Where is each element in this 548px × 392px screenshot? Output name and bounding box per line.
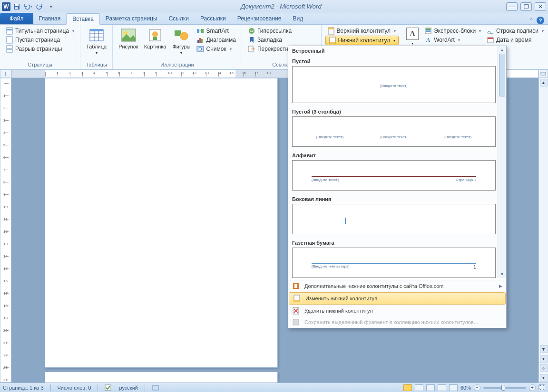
gallery-item-news[interactable]: [Введите имя автора] 1	[292, 248, 496, 278]
table-button[interactable]: Таблица▾	[84, 27, 108, 57]
shapes-button[interactable]: Фигуры▾	[170, 27, 193, 57]
status-macro[interactable]	[152, 384, 159, 391]
view-outline[interactable]	[438, 384, 446, 391]
undo-icon	[24, 3, 30, 10]
blank-page-icon	[6, 36, 13, 44]
clipart-icon	[147, 28, 163, 43]
smartart-button[interactable]: SmartArt	[195, 27, 237, 35]
header-button[interactable]: Верхний колонтитул	[325, 27, 399, 35]
textbox-icon: A	[406, 28, 419, 40]
hyperlink-button[interactable]: Гиперссылка	[246, 27, 317, 35]
footer-hint-text: [Введите текст]	[316, 135, 343, 139]
tab-insert[interactable]: Вставка	[66, 13, 100, 25]
tab-mailings[interactable]: Рассылки	[195, 13, 232, 24]
sigline-icon	[487, 27, 494, 35]
bookmark-icon	[248, 36, 255, 44]
view-full-screen[interactable]	[415, 384, 423, 391]
quickparts-button[interactable]: Экспресс-блоки	[422, 27, 483, 35]
gallery-scroll-thumb[interactable]	[499, 54, 505, 96]
redo-button[interactable]	[34, 1, 45, 12]
cmd-edit-footer[interactable]: Изменить нижний колонтитул	[289, 292, 506, 305]
side-line	[345, 218, 346, 224]
svg-rect-46	[105, 385, 111, 391]
wordart-icon: A	[424, 36, 432, 44]
tab-layout[interactable]: Разметка страницы	[100, 13, 163, 24]
zoom-fit[interactable]: ⛶	[538, 384, 545, 391]
view-print-layout[interactable]	[403, 384, 412, 391]
tab-view[interactable]: Вид	[287, 13, 309, 24]
tab-home[interactable]: Главная	[33, 13, 67, 24]
chart-button[interactable]: Диаграмма	[195, 36, 237, 44]
restore-button[interactable]: ❐	[520, 2, 532, 11]
status-language[interactable]: русский	[119, 385, 137, 391]
view-draft[interactable]	[449, 384, 458, 391]
crossref-icon	[248, 45, 255, 53]
gallery-item-blank[interactable]: [Введите текст]	[292, 66, 496, 103]
tab-references[interactable]: Ссылки	[163, 13, 195, 24]
datetime-icon	[487, 36, 494, 44]
page-break-icon	[6, 45, 13, 53]
vertical-ruler[interactable]: 1234567891011121314151617181920212223242…	[0, 78, 11, 382]
status-words[interactable]: Число слов: 0	[58, 385, 91, 391]
undo-button[interactable]: ▾	[23, 1, 33, 12]
next-page[interactable]: ●	[540, 374, 548, 382]
zoom-thumb[interactable]	[501, 385, 505, 391]
picture-button[interactable]: Рисунок	[117, 27, 140, 50]
scroll-up[interactable]: ▲	[540, 79, 548, 86]
bookmark-button[interactable]: Закладка	[246, 36, 317, 44]
gallery-item-alpha-label: Алфавит	[292, 149, 496, 160]
svg-rect-25	[201, 39, 203, 43]
blank-page-button[interactable]: Пустая страница	[4, 36, 76, 44]
smartart-icon	[196, 27, 204, 35]
textbox-button[interactable]: A▾	[404, 27, 421, 48]
tab-review[interactable]: Рецензирование	[232, 13, 287, 24]
zoom-out[interactable]: −	[474, 384, 480, 391]
datetime-button[interactable]: Дата и время	[485, 36, 546, 44]
gallery-item-blank3[interactable]: [Введите текст] [Введите текст] [Введите…	[292, 116, 496, 147]
ribbon-minimize[interactable]: ⌃	[529, 17, 534, 24]
svg-rect-24	[199, 38, 201, 43]
word-icon: W	[2, 2, 10, 11]
gallery-item-blank-label: Пустой	[292, 55, 496, 66]
gallery-scrollbar[interactable]: ▲ ▼	[498, 46, 506, 278]
ruler-toggle[interactable]	[538, 69, 548, 78]
gallery-item-alpha[interactable]: [Введите текст] Страница 1	[292, 160, 496, 191]
wordart-button[interactable]: AWordArt	[422, 36, 483, 44]
cover-page-button[interactable]: Титульная страница	[4, 27, 76, 35]
gallery-scroll-up[interactable]: ▲	[498, 46, 506, 54]
status-zoom-value[interactable]: 60%	[460, 385, 471, 391]
gallery-scroll-down[interactable]: ▼	[498, 270, 506, 278]
vertical-scrollbar[interactable]: ▲ ▼ ● ○ ●	[538, 78, 548, 382]
cmd-remove-footer[interactable]: Удалить нижний колонтитул	[288, 305, 506, 316]
thin-line	[312, 263, 476, 264]
group-illustrations-label: Иллюстрации	[117, 61, 238, 69]
browse-object[interactable]: ○	[540, 364, 548, 372]
help-button[interactable]: ?	[537, 17, 544, 24]
footer-button[interactable]: Нижний колонтитул▾	[325, 36, 399, 45]
window-title: Документ2 - Microsoft Word	[56, 3, 506, 10]
save-button[interactable]	[11, 1, 22, 12]
page-1[interactable]	[45, 78, 278, 368]
qat-customize[interactable]: ▾	[46, 1, 56, 12]
zoom-in[interactable]: +	[529, 384, 536, 391]
close-button[interactable]: ✕	[535, 2, 546, 11]
page-2[interactable]	[45, 372, 278, 382]
cmd-office-footers[interactable]: Дополнительные нижние колонтитулы с сайт…	[288, 280, 506, 292]
screenshot-button[interactable]: Снимок	[195, 45, 237, 53]
gallery-item-side[interactable]	[292, 204, 496, 234]
status-proofing[interactable]	[105, 384, 112, 391]
cmd-save-selection: Сохранить выделенный фрагмент в коллекци…	[288, 316, 506, 328]
clipart-button[interactable]: Картинка	[142, 27, 168, 50]
zoom-slider[interactable]	[483, 387, 526, 389]
prev-page[interactable]: ●	[540, 355, 548, 363]
page-break-button[interactable]: Разрыв страницы	[4, 45, 76, 53]
shapes-icon	[174, 28, 189, 43]
svg-rect-45	[293, 319, 299, 325]
scroll-down[interactable]: ▼	[540, 345, 548, 353]
svg-rect-4	[7, 29, 12, 30]
minimize-button[interactable]: —	[506, 2, 518, 11]
sigline-button[interactable]: Строка подписи	[485, 27, 546, 35]
view-web-layout[interactable]	[426, 384, 435, 391]
tab-file[interactable]: Файл	[0, 13, 33, 24]
status-page[interactable]: Страница: 1 из 3	[3, 385, 44, 391]
